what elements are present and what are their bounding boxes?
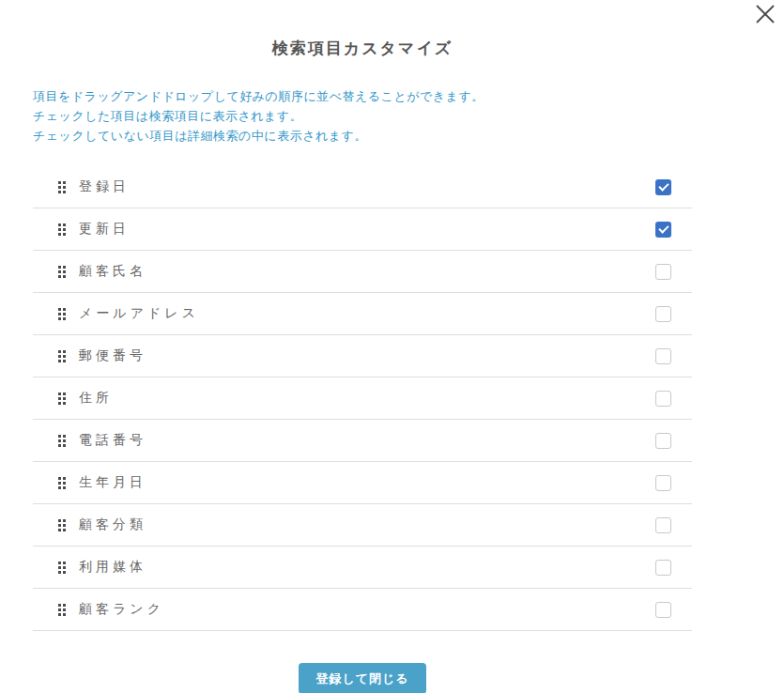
list-item[interactable]: 住所 bbox=[33, 377, 692, 420]
item-checkbox[interactable] bbox=[655, 348, 671, 364]
list-item[interactable]: 顧客ランク bbox=[33, 589, 692, 631]
item-checkbox[interactable] bbox=[655, 517, 671, 533]
item-checkbox[interactable] bbox=[655, 560, 671, 576]
item-label: 利用媒体 bbox=[79, 559, 146, 576]
search-customize-modal: 検索項目カスタマイズ 項目をドラッグアンドドロップして好みの順序に並べ替えること… bbox=[0, 0, 784, 693]
item-label: 生年月日 bbox=[79, 474, 146, 491]
item-label: メールアドレス bbox=[79, 305, 199, 322]
modal-content: 検索項目カスタマイズ 項目をドラッグアンドドロップして好みの順序に並べ替えること… bbox=[33, 0, 692, 693]
list-item[interactable]: 更新日 bbox=[33, 208, 692, 251]
item-list: 登録日 更新日 顧客氏名 メールアドレス 郵便番号 住所 bbox=[33, 166, 692, 631]
item-label: 電話番号 bbox=[79, 432, 146, 449]
item-label: 住所 bbox=[79, 390, 113, 407]
instructions: 項目をドラッグアンドドロップして好みの順序に並べ替えることができます。 チェック… bbox=[33, 86, 692, 146]
drag-handle-icon[interactable] bbox=[58, 562, 66, 574]
item-label: 登録日 bbox=[79, 178, 130, 195]
modal-title: 検索項目カスタマイズ bbox=[33, 38, 692, 59]
list-item[interactable]: 郵便番号 bbox=[33, 335, 692, 377]
list-item[interactable]: 電話番号 bbox=[33, 420, 692, 462]
list-item[interactable]: 顧客分類 bbox=[33, 504, 692, 547]
modal-footer: 登録して閉じる bbox=[33, 663, 692, 693]
drag-handle-icon[interactable] bbox=[58, 308, 66, 320]
drag-handle-icon[interactable] bbox=[58, 519, 66, 531]
item-checkbox[interactable] bbox=[655, 602, 671, 618]
item-label: 顧客分類 bbox=[79, 516, 146, 533]
drag-handle-icon[interactable] bbox=[58, 223, 66, 236]
item-label: 顧客ランク bbox=[79, 601, 164, 618]
item-checkbox[interactable] bbox=[655, 264, 671, 280]
item-checkbox[interactable] bbox=[655, 391, 671, 407]
instruction-line-1: 項目をドラッグアンドドロップして好みの順序に並べ替えることができます。 bbox=[33, 86, 692, 106]
drag-handle-icon[interactable] bbox=[58, 393, 66, 405]
drag-handle-icon[interactable] bbox=[58, 435, 66, 447]
list-item[interactable]: 利用媒体 bbox=[33, 547, 692, 589]
item-checkbox[interactable] bbox=[655, 222, 671, 238]
item-label: 郵便番号 bbox=[79, 347, 146, 364]
item-checkbox[interactable] bbox=[655, 475, 671, 491]
item-checkbox[interactable] bbox=[655, 179, 671, 195]
list-item[interactable]: 登録日 bbox=[33, 166, 692, 208]
instruction-line-2: チェックした項目は検索項目に表示されます。 bbox=[33, 106, 692, 126]
drag-handle-icon[interactable] bbox=[58, 477, 66, 489]
item-label: 更新日 bbox=[79, 221, 130, 238]
drag-handle-icon[interactable] bbox=[58, 266, 66, 278]
list-item[interactable]: メールアドレス bbox=[33, 293, 692, 335]
item-checkbox[interactable] bbox=[655, 306, 671, 322]
item-label: 顧客氏名 bbox=[79, 263, 146, 280]
drag-handle-icon[interactable] bbox=[58, 181, 66, 193]
drag-handle-icon[interactable] bbox=[58, 350, 66, 362]
item-checkbox[interactable] bbox=[655, 433, 671, 449]
drag-handle-icon[interactable] bbox=[58, 604, 66, 616]
close-button[interactable] bbox=[754, 4, 776, 26]
close-icon bbox=[755, 4, 776, 24]
list-item[interactable]: 顧客氏名 bbox=[33, 251, 692, 293]
list-item[interactable]: 生年月日 bbox=[33, 462, 692, 504]
instruction-line-3: チェックしていない項目は詳細検索の中に表示されます。 bbox=[33, 126, 692, 146]
submit-button[interactable]: 登録して閉じる bbox=[299, 663, 425, 693]
